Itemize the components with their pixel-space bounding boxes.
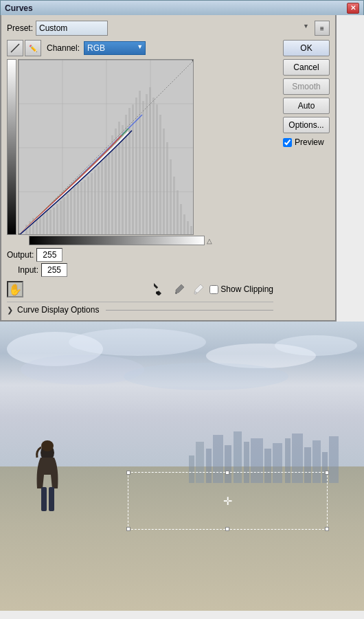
preset-menu-button[interactable]: ≡ [315,21,330,36]
svg-point-61 [156,291,159,294]
selection-handle-br[interactable] [325,527,329,531]
svg-point-68 [21,354,144,385]
input-row: Input: [18,263,273,277]
dialog-title: Curves [5,3,33,13]
curve-options-expand-button[interactable]: ❯ [7,306,13,315]
photo-area: ✛ [0,322,364,611]
curve-options-label: Curve Display Options [17,305,99,315]
preset-select-wrapper: Custom Default Color Negative Cross Proc… [36,21,312,36]
right-panel: OK Cancel Smooth Auto Options... Preview [283,40,330,315]
svg-rect-87 [41,487,47,511]
curve-container [7,59,273,235]
ok-button[interactable]: OK [283,40,330,56]
black-eyedropper-icon [154,283,166,295]
curves-dialog: Preset: Custom Default Color Negative Cr… [0,15,337,322]
preview-label: Preview [295,137,324,147]
show-clipping-text: Show Clipping [220,284,273,294]
figure-silhouette [29,440,67,530]
pencil-mode-button[interactable]: ✏️ [25,40,41,56]
curve-lines[interactable] [19,60,193,234]
selection-handle-tl[interactable] [126,471,130,475]
white-eyedropper-button[interactable] [190,281,207,297]
svg-point-67 [275,335,357,356]
svg-rect-63 [194,292,196,294]
preset-label: Preset: [7,23,33,33]
white-eyedropper-icon [192,283,205,295]
black-eyedropper-button[interactable] [152,281,168,297]
preset-menu-icon: ≡ [320,25,324,32]
main-content: ✏️ Channel: RGB Red Green Blue [7,40,330,315]
selection-handle-tm[interactable] [225,471,229,475]
selection-handle-bl[interactable] [126,527,130,531]
gray-eyedropper-icon [173,283,185,295]
svg-point-65 [69,328,206,356]
tools-row: ✋ [7,281,273,297]
preview-checkbox[interactable] [283,138,292,147]
curve-mode-button[interactable] [7,40,23,56]
svg-point-89 [41,440,54,451]
svg-rect-62 [175,292,177,294]
svg-point-58 [192,60,193,62]
show-clipping-checkbox[interactable] [209,285,218,294]
select-tool-button[interactable]: ✋ [7,281,23,297]
output-label: Output: [7,250,34,260]
svg-rect-85 [329,436,339,483]
channel-select-wrapper: RGB Red Green Blue [84,41,146,55]
curve-icon [10,43,21,54]
output-gradient-bar [7,59,16,235]
smooth-button[interactable]: Smooth [283,78,330,95]
curve-area[interactable] [18,59,194,235]
channel-row: ✏️ Channel: RGB Red Green Blue [7,40,273,56]
cancel-button[interactable]: Cancel [283,59,330,76]
auto-button[interactable]: Auto [283,98,330,114]
input-value-input[interactable] [41,263,67,277]
channel-select[interactable]: RGB Red Green Blue [84,41,146,55]
input-label: Input: [18,265,38,275]
selection-handle-bm[interactable] [225,527,229,531]
selection-box[interactable]: ✛ [128,472,328,530]
show-clipping-label[interactable]: Show Clipping [209,284,273,294]
gray-eyedropper-button[interactable] [171,281,187,297]
svg-rect-60 [154,283,158,289]
input-gradient-bar [29,236,205,245]
left-panel: ✏️ Channel: RGB Red Green Blue [7,40,273,315]
selection-handle-tr[interactable] [325,471,329,475]
svg-rect-88 [49,487,54,511]
preset-select[interactable]: Custom Default Color Negative Cross Proc… [36,21,108,36]
output-row: Output: [7,248,273,262]
svg-line-57 [19,60,193,234]
curve-display-options-row: ❯ Curve Display Options [7,302,273,315]
title-bar: Curves ✕ [0,0,364,15]
channel-label: Channel: [47,43,80,53]
curve-options-divider [106,310,273,311]
output-value-input[interactable] [36,248,62,262]
options-button[interactable]: Options... [283,117,330,133]
close-button[interactable]: ✕ [347,3,359,14]
preset-row: Preset: Custom Default Color Negative Cr… [7,21,330,36]
svg-point-69 [124,363,288,390]
hand-icon: ✋ [8,283,22,296]
move-cursor-icon: ✛ [223,495,232,508]
preview-row: Preview [283,137,330,147]
clipping-indicator: △ [207,237,212,245]
